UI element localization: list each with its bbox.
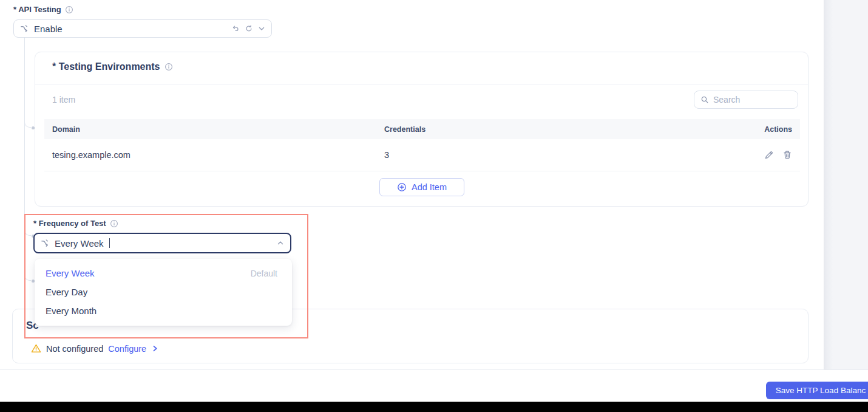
info-icon[interactable] (65, 5, 73, 14)
table-header: Domain Credentials Actions (44, 119, 800, 139)
testing-environments-title: * Testing Environments (52, 61, 173, 72)
frequency-select[interactable]: Every Week (33, 233, 291, 253)
add-item-label: Add Item (412, 182, 447, 192)
chevron-up-icon[interactable] (277, 239, 284, 247)
row-credentials: 3 (384, 150, 724, 160)
api-testing-select[interactable]: Enable (13, 19, 272, 38)
not-configured-row: Not configured Configure (31, 343, 159, 354)
dropdown-option-every-day[interactable]: Every Day (35, 283, 292, 301)
dropdown-option-every-week[interactable]: Every Week Default (35, 264, 292, 283)
warning-icon (31, 343, 41, 354)
tree-branch-3 (24, 272, 31, 281)
tree-connector-line (24, 38, 25, 272)
info-icon[interactable] (164, 63, 173, 71)
testing-environments-title-text: * Testing Environments (52, 61, 160, 72)
save-http-load-balancer-button[interactable]: Save HTTP Load Balanc (766, 382, 868, 399)
card-divider (35, 84, 808, 84)
table-header-domain: Domain (44, 125, 384, 134)
option-label: Every Week (46, 268, 95, 278)
testing-environments-card: * Testing Environments 1 item Domain Cre… (35, 52, 809, 207)
branch-icon (41, 239, 50, 248)
api-testing-value: Enable (34, 24, 63, 34)
search-icon (700, 95, 709, 104)
option-default-tag: Default (251, 269, 277, 278)
table-row: tesing.example.com 3 (44, 139, 800, 171)
option-label: Every Month (46, 306, 97, 316)
search-input[interactable] (713, 95, 786, 105)
item-count: 1 item (52, 95, 75, 105)
search-box[interactable] (694, 91, 798, 109)
add-item-button[interactable]: Add Item (379, 178, 464, 196)
page: * API Testing Enable * Testing Environme… (0, 0, 868, 412)
text-cursor (109, 238, 110, 248)
frequency-label: * Frequency of Test (33, 219, 118, 228)
refresh-icon[interactable] (245, 24, 253, 33)
dropdown-option-every-month[interactable]: Every Month (35, 301, 292, 320)
option-label: Every Day (46, 287, 87, 297)
edit-icon[interactable] (764, 150, 774, 160)
configure-link[interactable]: Configure (108, 344, 146, 354)
status-text: Not configured (46, 344, 103, 354)
frequency-label-text: * Frequency of Test (33, 219, 106, 228)
table-header-credentials: Credentials (384, 125, 724, 134)
api-testing-label: * API Testing (13, 5, 73, 14)
plus-circle-icon (397, 182, 407, 192)
bottom-black-bar (0, 402, 868, 412)
tree-branch-2 (24, 227, 31, 236)
tree-branch-1 (24, 119, 31, 128)
frequency-value: Every Week (55, 238, 104, 249)
page-divider (0, 369, 868, 370)
chevron-down-icon[interactable] (258, 25, 265, 32)
delete-icon[interactable] (782, 150, 792, 160)
row-domain: tesing.example.com (44, 150, 384, 160)
branch-icon (20, 24, 29, 33)
table-header-actions: Actions (724, 125, 800, 134)
right-side-panel (824, 0, 868, 370)
undo-icon[interactable] (231, 24, 240, 33)
api-testing-label-text: * API Testing (13, 5, 61, 14)
info-icon[interactable] (110, 219, 118, 228)
chevron-right-icon[interactable] (151, 345, 159, 352)
frequency-dropdown: Every Week Default Every Day Every Month (35, 259, 292, 326)
